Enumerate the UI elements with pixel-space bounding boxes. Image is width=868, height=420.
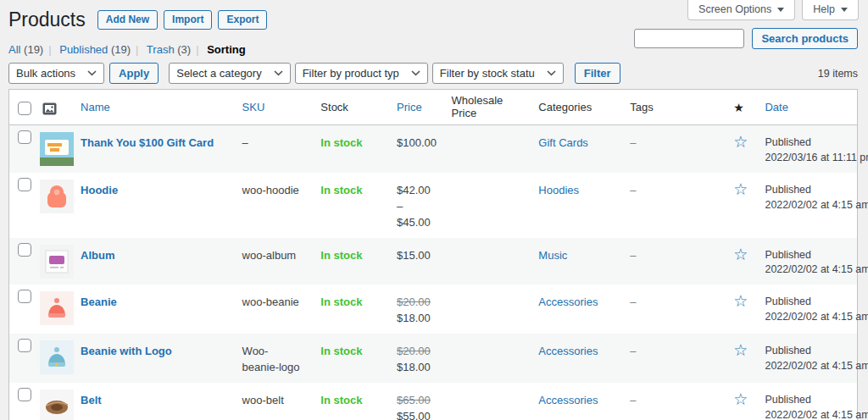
category-link[interactable]: Accessories — [538, 345, 598, 357]
category-link[interactable]: Accessories — [538, 296, 598, 308]
apply-button[interactable]: Apply — [109, 63, 159, 84]
product-name-link[interactable]: Thank You $100 Gift Card — [81, 136, 214, 149]
product-tags: – — [621, 125, 725, 173]
column-header-name[interactable]: Name — [72, 90, 234, 125]
column-header-featured-star-icon: ★ — [725, 90, 756, 125]
search-products-button[interactable]: Search products — [752, 28, 858, 49]
publish-status: Published — [765, 295, 849, 310]
publish-date: Published 2022/02/02 at 4:15 am — [756, 383, 857, 420]
product-tags: – — [621, 383, 725, 420]
column-header-price[interactable]: Price — [388, 90, 443, 125]
publish-date: Published 2022/02/02 at 4:15 am — [756, 173, 857, 238]
product-sku: woo-beanie — [234, 285, 313, 334]
featured-star-icon[interactable]: ☆ — [733, 341, 748, 359]
wholesale-price — [443, 125, 531, 173]
filter-button[interactable]: Filter — [575, 63, 620, 84]
view-all-count: (19) — [24, 43, 43, 56]
chevron-down-icon — [274, 70, 283, 76]
row-checkbox[interactable] — [18, 339, 31, 352]
product-name-link[interactable]: Hoodie — [81, 184, 118, 196]
publish-status: Published — [765, 248, 849, 263]
featured-star-icon[interactable]: ☆ — [733, 292, 748, 310]
filters-toolbar: Bulk actions Apply Select a category Fil… — [8, 63, 858, 84]
product-sku: woo-hoodie — [234, 173, 313, 238]
publish-date: Published 2022/03/16 at 11:11 pm — [756, 125, 857, 173]
category-filter-select[interactable]: Select a category — [169, 63, 290, 84]
view-trash-link[interactable]: Trash — [147, 43, 175, 56]
divider: | — [136, 43, 138, 56]
featured-star-icon[interactable]: ☆ — [733, 390, 748, 408]
stock-status-filter-select[interactable]: Filter by stock statu — [432, 63, 564, 84]
wholesale-price — [443, 238, 531, 285]
screen-options-label: Screen Options — [698, 3, 771, 15]
product-thumbnail[interactable] — [40, 180, 74, 213]
product-type-filter-label: Filter by product typ — [303, 67, 399, 80]
items-count: 19 items — [818, 68, 858, 80]
stock-status-filter-label: Filter by stock statu — [440, 67, 535, 80]
product-type-filter-select[interactable]: Filter by product typ — [295, 63, 428, 84]
row-checkbox[interactable] — [18, 388, 31, 401]
stock-status: In stock — [320, 136, 362, 149]
product-price: $15.00 — [388, 238, 443, 285]
product-name-link[interactable]: Beanie with Logo — [81, 345, 172, 357]
publish-datetime: 2022/02/02 at 4:15 am — [765, 310, 849, 325]
product-tags: – — [621, 173, 725, 238]
product-thumbnail[interactable] — [40, 291, 74, 325]
view-sorting-current[interactable]: Sorting — [207, 43, 246, 56]
product-thumbnail[interactable] — [40, 390, 74, 420]
product-thumbnail[interactable] — [40, 340, 74, 374]
wholesale-price — [443, 285, 531, 334]
search-input[interactable] — [634, 29, 744, 48]
category-link[interactable]: Music — [538, 249, 567, 262]
column-header-date[interactable]: Date — [756, 90, 857, 125]
export-button[interactable]: Export — [218, 10, 267, 30]
category-link[interactable]: Hoodies — [538, 184, 579, 196]
import-button[interactable]: Import — [164, 10, 212, 30]
publish-datetime: 2022/02/02 at 4:15 am — [765, 359, 849, 374]
product-thumbnail[interactable] — [40, 132, 74, 166]
product-price: $65.00$55.00 — [388, 383, 443, 420]
stock-status: In stock — [320, 184, 362, 196]
table-row: Belt woo-belt In stock $65.00$55.00 Acce… — [9, 383, 858, 420]
publish-datetime: 2022/02/02 at 4:15 am — [765, 262, 849, 278]
bulk-actions-select[interactable]: Bulk actions — [8, 63, 104, 84]
featured-star-icon[interactable]: ☆ — [733, 246, 748, 263]
product-price: $20.00$18.00 — [388, 285, 443, 334]
stock-status: In stock — [320, 345, 362, 357]
publish-datetime: 2022/02/02 at 4:15 am — [765, 198, 849, 213]
products-table-wrap: Name SKU Stock Price Wholesale Price Cat… — [8, 89, 858, 420]
product-name-link[interactable]: Beanie — [81, 296, 117, 308]
row-checkbox[interactable] — [18, 178, 31, 191]
screen-options-button[interactable]: Screen Options — [687, 0, 795, 20]
product-name-link[interactable]: Album — [81, 249, 114, 262]
wholesale-price — [443, 383, 531, 420]
column-header-stock: Stock — [312, 90, 388, 125]
chevron-down-icon — [841, 8, 848, 12]
product-tags: – — [621, 285, 725, 334]
row-checkbox[interactable] — [18, 290, 31, 303]
column-header-tags: Tags — [621, 90, 725, 125]
divider: | — [196, 43, 198, 56]
chevron-down-icon — [777, 8, 784, 12]
row-checkbox[interactable] — [18, 243, 31, 257]
select-all-checkbox[interactable] — [18, 102, 31, 115]
product-name-link[interactable]: Belt — [81, 394, 102, 406]
column-header-sku[interactable]: SKU — [234, 90, 313, 125]
table-row: Album woo-album In stock $15.00 Music – … — [9, 238, 858, 285]
publish-date: Published 2022/02/02 at 4:15 am — [756, 285, 857, 334]
featured-star-icon[interactable]: ☆ — [733, 180, 748, 198]
help-button[interactable]: Help — [802, 0, 859, 20]
category-link[interactable]: Accessories — [538, 394, 598, 406]
view-published-link[interactable]: Published — [59, 43, 108, 56]
view-all-link[interactable]: All — [8, 43, 20, 56]
category-link[interactable]: Gift Cards — [538, 136, 588, 149]
product-thumbnail[interactable] — [40, 245, 74, 279]
chevron-down-icon — [411, 70, 420, 76]
add-new-button[interactable]: Add New — [97, 10, 158, 30]
bulk-actions-label: Bulk actions — [16, 67, 75, 80]
publish-status: Published — [765, 344, 849, 359]
view-trash-count: (3) — [177, 43, 191, 56]
row-checkbox[interactable] — [18, 130, 31, 144]
featured-star-icon[interactable]: ☆ — [733, 133, 748, 151]
divider: | — [48, 43, 51, 56]
